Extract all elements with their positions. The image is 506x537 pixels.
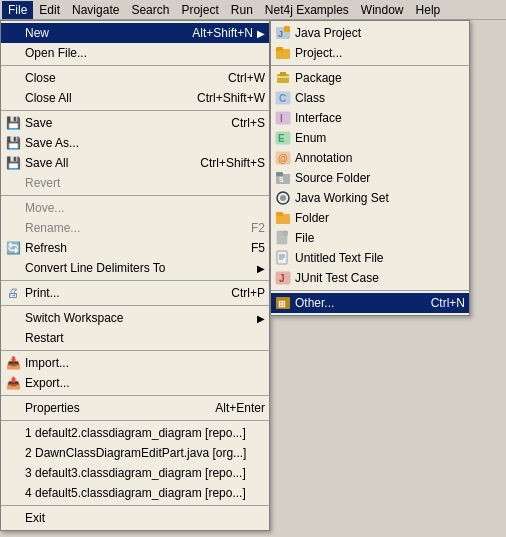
- separator-9: [1, 505, 269, 506]
- separator-2: [1, 110, 269, 111]
- submenu-item-source-folder[interactable]: S Source Folder: [271, 168, 469, 188]
- submenu-item-text-file[interactable]: Untitled Text File: [271, 248, 469, 268]
- submenu-item-working-set[interactable]: Java Working Set: [271, 188, 469, 208]
- refresh-icon: 🔄: [5, 240, 21, 256]
- folder-icon: [275, 210, 291, 226]
- menubar-item-file[interactable]: File: [2, 1, 33, 19]
- menu-item-rename[interactable]: Rename... F2: [1, 218, 269, 238]
- separator-6: [1, 350, 269, 351]
- other-shortcut: Ctrl+N: [411, 296, 465, 310]
- svg-rect-10: [276, 112, 290, 124]
- menu-item-exit[interactable]: Exit: [1, 508, 269, 528]
- submenu-item-annotation[interactable]: @ Annotation: [271, 148, 469, 168]
- menu-item-properties[interactable]: Properties Alt+Enter: [1, 398, 269, 418]
- menubar-item-net4j[interactable]: Net4j Examples: [259, 1, 355, 19]
- save-icon: 💾: [5, 115, 21, 131]
- separator-1: [1, 65, 269, 66]
- class-icon: C: [275, 90, 291, 106]
- menubar-item-help[interactable]: Help: [410, 1, 447, 19]
- menubar-item-edit[interactable]: Edit: [33, 1, 66, 19]
- text-file-icon: [275, 250, 291, 266]
- working-set-icon: [275, 190, 291, 206]
- svg-text:C: C: [279, 93, 286, 104]
- separator-5: [1, 305, 269, 306]
- submenu-item-file[interactable]: File: [271, 228, 469, 248]
- separator-4: [1, 280, 269, 281]
- menu-item-print[interactable]: 🖨 Print... Ctrl+P: [1, 283, 269, 303]
- menu-item-refresh[interactable]: 🔄 Refresh F5: [1, 238, 269, 258]
- menu-item-close-all[interactable]: Close All Ctrl+Shift+W: [1, 88, 269, 108]
- menubar-item-search[interactable]: Search: [125, 1, 175, 19]
- file-icon: [275, 230, 291, 246]
- menubar-item-run[interactable]: Run: [225, 1, 259, 19]
- menu-item-restart[interactable]: Restart: [1, 328, 269, 348]
- new-submenu: J Java Project Project...: [270, 20, 470, 316]
- menu-item-save-as[interactable]: 💾 Save As...: [1, 133, 269, 153]
- source-folder-icon: S: [275, 170, 291, 186]
- project-icon: [275, 45, 291, 61]
- svg-rect-4: [276, 47, 283, 51]
- save-all-icon: 💾: [5, 155, 21, 171]
- submenu-item-folder[interactable]: Folder: [271, 208, 469, 228]
- menubar-item-project[interactable]: Project: [175, 1, 224, 19]
- print-icon: 🖨: [5, 285, 21, 301]
- menubar-item-window[interactable]: Window: [355, 1, 410, 19]
- svg-text:J: J: [278, 29, 283, 39]
- menu-item-open-file[interactable]: Open File...: [1, 43, 269, 63]
- interface-icon: I: [275, 110, 291, 126]
- file-dropdown: New Alt+Shift+N ▶ Open File... Close Ctr…: [0, 20, 270, 531]
- submenu-item-junit[interactable]: J JUnit Test Case: [271, 268, 469, 288]
- java-project-icon: J: [275, 25, 291, 41]
- submenu-arrow-convert: ▶: [257, 263, 265, 274]
- other-icon: ⊞: [275, 295, 291, 311]
- svg-point-20: [280, 195, 286, 201]
- menu-item-recent-3[interactable]: 3 default3.classdiagram_diagram [repo...…: [1, 463, 269, 483]
- menu-item-revert[interactable]: Revert: [1, 173, 269, 193]
- svg-text:E: E: [278, 133, 285, 144]
- submenu-arrow-switch: ▶: [257, 313, 265, 324]
- submenu-item-package[interactable]: Package: [271, 68, 469, 88]
- package-icon: [275, 70, 291, 86]
- menu-item-recent-4[interactable]: 4 default5.classdiagram_diagram [repo...…: [1, 483, 269, 503]
- menu-item-recent-1[interactable]: 1 default2.classdiagram_diagram [repo...…: [1, 423, 269, 443]
- import-icon: 📥: [5, 355, 21, 371]
- submenu-arrow-new: ▶: [257, 28, 265, 39]
- submenu-item-other[interactable]: ⊞ Other... Ctrl+N: [271, 293, 469, 313]
- submenu-item-class[interactable]: C Class: [271, 88, 469, 108]
- submenu-item-interface[interactable]: I Interface: [271, 108, 469, 128]
- svg-text:⊞: ⊞: [278, 299, 286, 309]
- enum-icon: E: [275, 130, 291, 146]
- separator-7: [1, 395, 269, 396]
- menu-item-import[interactable]: 📥 Import...: [1, 353, 269, 373]
- separator-8: [1, 420, 269, 421]
- separator-3: [1, 195, 269, 196]
- menu-item-save-all[interactable]: 💾 Save All Ctrl+Shift+S: [1, 153, 269, 173]
- menu-item-move[interactable]: Move...: [1, 198, 269, 218]
- submenu-item-enum[interactable]: E Enum: [271, 128, 469, 148]
- svg-rect-22: [276, 212, 283, 216]
- annotation-icon: @: [275, 150, 291, 166]
- file-menu: New Alt+Shift+N ▶ Open File... Close Ctr…: [0, 20, 270, 531]
- junit-icon: J: [275, 270, 291, 286]
- submenu-item-java-project[interactable]: J Java Project: [271, 23, 469, 43]
- menu-item-new[interactable]: New Alt+Shift+N ▶: [1, 23, 269, 43]
- save-as-icon: 💾: [5, 135, 21, 151]
- menu-item-recent-2[interactable]: 2 DawnClassDiagramEditPart.java [org...]: [1, 443, 269, 463]
- svg-text:J: J: [279, 273, 285, 284]
- export-icon: 📤: [5, 375, 21, 391]
- menu-item-export[interactable]: 📤 Export...: [1, 373, 269, 393]
- svg-text:I: I: [280, 113, 283, 124]
- menubar: File Edit Navigate Search Project Run Ne…: [0, 0, 506, 20]
- menu-item-switch-workspace[interactable]: Switch Workspace ▶: [1, 308, 269, 328]
- svg-text:S: S: [279, 176, 284, 183]
- new-sep-2: [271, 290, 469, 291]
- menubar-item-navigate[interactable]: Navigate: [66, 1, 125, 19]
- svg-rect-2: [284, 26, 290, 32]
- menu-item-save[interactable]: 💾 Save Ctrl+S: [1, 113, 269, 133]
- svg-rect-6: [280, 72, 286, 76]
- svg-rect-23: [277, 231, 287, 244]
- menu-item-close[interactable]: Close Ctrl+W: [1, 68, 269, 88]
- menu-item-convert[interactable]: Convert Line Delimiters To ▶: [1, 258, 269, 278]
- svg-text:@: @: [278, 153, 288, 164]
- submenu-item-project[interactable]: Project...: [271, 43, 469, 63]
